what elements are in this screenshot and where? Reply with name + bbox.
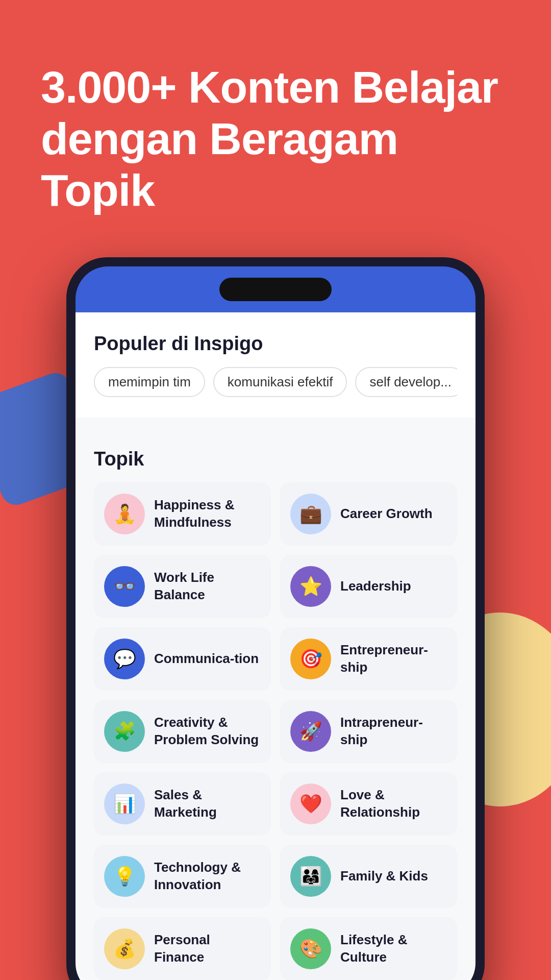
topic-card-2[interactable]: 👓Work Life Balance xyxy=(94,555,271,618)
topic-label-2: Work Life Balance xyxy=(154,569,261,604)
topic-icon-12: 💰 xyxy=(104,928,145,969)
topic-label-0: Happiness & Mindfulness xyxy=(154,497,261,531)
phone-mockup: Populer di Inspigo memimpin tim komunika… xyxy=(0,257,551,980)
topic-card-9[interactable]: ❤️Love & Relationship xyxy=(280,772,457,836)
topic-card-6[interactable]: 🧩Creativity & Problem Solving xyxy=(94,700,271,763)
topic-label-9: Love & Relationship xyxy=(340,787,447,821)
topic-label-12: Personal Finance xyxy=(154,932,261,966)
phone-notch xyxy=(219,278,332,301)
topik-section: Topik 🧘Happiness & Mindfulness💼Career Gr… xyxy=(76,433,475,980)
topic-card-11[interactable]: 👨‍👩‍👧Family & Kids xyxy=(280,845,457,908)
topic-card-4[interactable]: 💬Communica-tion xyxy=(94,627,271,691)
topic-icon-6: 🧩 xyxy=(104,711,145,752)
topic-card-7[interactable]: 🚀Intrapreneur-ship xyxy=(280,700,457,763)
topic-card-8[interactable]: 📊Sales & Marketing xyxy=(94,772,271,836)
topic-card-1[interactable]: 💼Career Growth xyxy=(280,482,457,546)
topic-label-1: Career Growth xyxy=(340,505,433,523)
topic-icon-2: 👓 xyxy=(104,566,145,607)
topic-icon-7: 🚀 xyxy=(290,711,331,752)
topic-label-8: Sales & Marketing xyxy=(154,787,261,821)
topic-card-13[interactable]: 🎨Lifestyle & Culture xyxy=(280,917,457,980)
phone-frame: Populer di Inspigo memimpin tim komunika… xyxy=(66,257,485,980)
topic-icon-4: 💬 xyxy=(104,639,145,679)
topic-icon-0: 🧘 xyxy=(104,494,145,534)
topic-label-10: Technology & Innovation xyxy=(154,859,261,894)
chip-1[interactable]: komunikasi efektif xyxy=(213,367,347,397)
topic-label-6: Creativity & Problem Solving xyxy=(154,714,261,749)
chip-0[interactable]: memimpin tim xyxy=(94,367,205,397)
topic-card-3[interactable]: ⭐Leadership xyxy=(280,555,457,618)
topik-title: Topik xyxy=(94,448,457,470)
topic-icon-11: 👨‍👩‍👧 xyxy=(290,856,331,897)
hero-section: 3.000+ Konten Belajar dengan Beragam Top… xyxy=(0,0,551,247)
topic-label-13: Lifestyle & Culture xyxy=(340,932,447,966)
topic-grid: 🧘Happiness & Mindfulness💼Career Growth👓W… xyxy=(94,482,457,980)
topic-label-5: Entrepreneur-ship xyxy=(340,642,447,676)
topic-card-10[interactable]: 💡Technology & Innovation xyxy=(94,845,271,908)
hero-title: 3.000+ Konten Belajar dengan Beragam Top… xyxy=(41,61,510,216)
popular-section: Populer di Inspigo memimpin tim komunika… xyxy=(76,312,475,418)
topic-icon-1: 💼 xyxy=(290,494,331,534)
topic-card-5[interactable]: 🎯Entrepreneur-ship xyxy=(280,627,457,691)
topic-label-4: Communica-tion xyxy=(154,650,259,668)
topic-label-11: Family & Kids xyxy=(340,868,428,885)
popular-title: Populer di Inspigo xyxy=(94,333,457,355)
topic-card-0[interactable]: 🧘Happiness & Mindfulness xyxy=(94,482,271,546)
chip-2[interactable]: self develop... xyxy=(355,367,457,397)
topic-card-12[interactable]: 💰Personal Finance xyxy=(94,917,271,980)
phone-screen: Populer di Inspigo memimpin tim komunika… xyxy=(76,312,475,980)
topic-label-3: Leadership xyxy=(340,578,411,595)
topic-icon-8: 📊 xyxy=(104,783,145,824)
chips-row: memimpin tim komunikasi efektif self dev… xyxy=(94,367,457,397)
topic-icon-13: 🎨 xyxy=(290,928,331,969)
topic-icon-10: 💡 xyxy=(104,856,145,897)
topic-icon-3: ⭐ xyxy=(290,566,331,607)
phone-header-bar xyxy=(76,266,475,312)
topic-icon-5: 🎯 xyxy=(290,639,331,679)
topic-label-7: Intrapreneur-ship xyxy=(340,714,447,749)
topic-icon-9: ❤️ xyxy=(290,783,331,824)
